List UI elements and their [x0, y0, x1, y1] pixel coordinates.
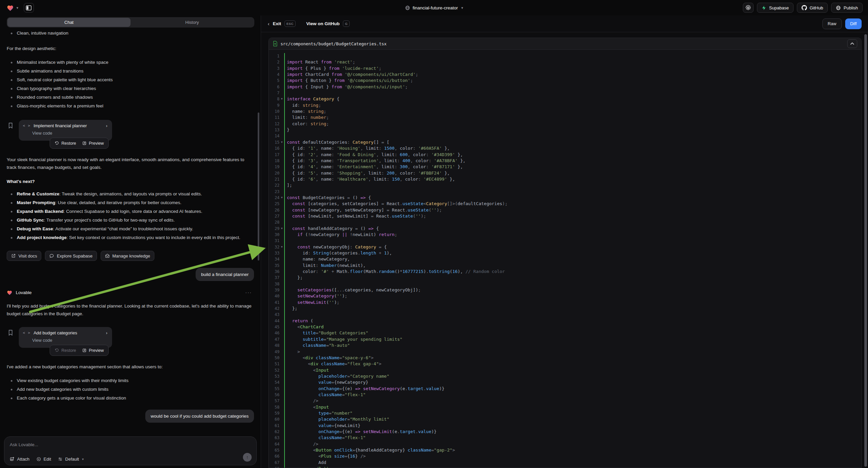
- code-token: :: [332, 164, 337, 169]
- code-line: 37 };: [269, 274, 861, 281]
- code-line: 30 if (!newCategory || !newLimit) return…: [269, 232, 861, 238]
- button-label: Explore Supabase: [57, 254, 92, 259]
- fold-chevron-icon[interactable]: ▼: [279, 139, 284, 145]
- gutter-spacer: [279, 170, 284, 176]
- raw-toggle-button[interactable]: Raw: [823, 19, 842, 29]
- diff-toggle-button[interactable]: Diff: [845, 19, 862, 29]
- line-number: 2: [269, 59, 279, 65]
- supabase-icon: [762, 5, 766, 10]
- lovable-logo-icon[interactable]: [7, 5, 14, 11]
- publish-button[interactable]: Publish: [831, 3, 863, 13]
- restore-button[interactable]: Restore: [55, 141, 76, 146]
- code-token: 'Food & Dining': [337, 152, 376, 157]
- preview-button[interactable]: Preview: [82, 141, 104, 146]
- code-token: const: [287, 140, 303, 145]
- manage-knowledge-button[interactable]: Manage knowledge: [101, 251, 155, 261]
- code-token: [newLimit, setNewLimit]: [308, 213, 371, 218]
- code-token: ,: [316, 164, 321, 169]
- code-token: =>: [355, 386, 363, 391]
- settings-button[interactable]: [743, 3, 753, 13]
- code-text: [284, 90, 861, 96]
- mode-select[interactable]: Default ▾: [58, 457, 84, 462]
- code-token: .: [405, 207, 408, 212]
- code-line: 14: [269, 133, 861, 139]
- fold-chevron-icon[interactable]: ▼: [279, 96, 284, 102]
- code-text: limit: number;: [284, 115, 861, 120]
- code-token: limit: [287, 115, 305, 120]
- code-token: { id: [287, 152, 303, 157]
- code-token: +: [329, 269, 337, 274]
- code-token: [287, 466, 313, 468]
- explore-supabase-button[interactable]: Explore Supabase: [45, 251, 97, 261]
- collapse-file-button[interactable]: [847, 39, 857, 48]
- bookmark-icon[interactable]: [8, 330, 13, 336]
- line-number: 20: [269, 170, 279, 176]
- sidebar-icon: [26, 5, 32, 10]
- view-on-github-link[interactable]: View on GitHub: [306, 21, 340, 26]
- code-token: [287, 300, 297, 305]
- code-token: '@/components/ui/ChartCard': [345, 72, 415, 77]
- chat-history-tabs: Chat History: [7, 17, 254, 28]
- github-button[interactable]: GitHub: [797, 3, 828, 13]
- code-line: 51 <div className="flex gap-4">: [269, 361, 861, 367]
- code-editor[interactable]: 12import React from 'react';3import { Pl…: [269, 50, 861, 468]
- exit-button[interactable]: Exit: [273, 21, 281, 26]
- code-line: 22];: [269, 182, 861, 188]
- chat-scrollbar[interactable]: [258, 113, 259, 261]
- quick-actions-row: Visit docsExplore SupabaseManage knowled…: [7, 251, 254, 261]
- view-code-link[interactable]: View code: [32, 338, 108, 343]
- code-line: 19 { id: '4', name: 'Entertainment', lim…: [269, 164, 861, 170]
- back-chevron-icon[interactable]: ‹: [268, 21, 270, 27]
- line-number: 33: [269, 250, 279, 256]
- code-line: 62 onChange={(e) => setNewLimit(e.target…: [269, 429, 861, 435]
- chevron-right-icon[interactable]: ›: [106, 330, 107, 335]
- code-scrollbar[interactable]: [864, 34, 867, 467]
- bookmark-icon[interactable]: [8, 122, 13, 128]
- gutter-spacer: [279, 404, 284, 410]
- code-token: ,: [376, 152, 381, 157]
- code-token: setNewCategory: [363, 386, 400, 391]
- list-item-lead: Add project knowledge: [17, 235, 67, 240]
- preview-button[interactable]: Preview: [82, 348, 104, 353]
- tab-history[interactable]: History: [130, 18, 254, 27]
- supabase-button[interactable]: Supabase: [757, 3, 794, 13]
- gutter-spacer: [279, 219, 284, 225]
- visit-docs-button[interactable]: Visit docs: [7, 251, 41, 261]
- view-code-link[interactable]: View code: [32, 130, 108, 136]
- code-token: { id: [287, 146, 303, 151]
- esc-shortcut-badge: ESC: [284, 21, 296, 27]
- code-token: name: [321, 177, 332, 182]
- chevron-down-icon[interactable]: ▾: [17, 6, 19, 10]
- restore-button[interactable]: Restore: [55, 348, 76, 353]
- code-token: .: [389, 213, 392, 218]
- tab-chat[interactable]: Chat: [7, 18, 130, 27]
- code-token: (: [334, 293, 337, 298]
- toggle-sidebar-button[interactable]: [24, 3, 34, 12]
- chevron-right-icon[interactable]: ›: [106, 123, 107, 128]
- gutter-spacer: [279, 318, 284, 324]
- code-token: '': [432, 207, 437, 212]
- line-number: 50: [269, 355, 279, 361]
- code-token: value: [418, 429, 431, 434]
- line-number: 62: [269, 429, 279, 435]
- code-token: :: [347, 140, 353, 145]
- code-token: className: [321, 361, 345, 366]
- prompt-input[interactable]: [10, 442, 251, 447]
- fold-chevron-icon[interactable]: ▼: [279, 195, 284, 201]
- code-token: .: [376, 269, 379, 274]
- code-token: :: [305, 121, 311, 126]
- line-number: 5: [269, 78, 279, 84]
- code-token: (categories: [329, 251, 358, 256]
- code-token: =: [316, 330, 318, 335]
- send-button[interactable]: ↑: [243, 453, 252, 462]
- code-text: const [categories, setCategories] = Reac…: [284, 201, 861, 207]
- message-menu-button[interactable]: ···: [245, 290, 252, 295]
- code-token: },: [455, 152, 463, 157]
- fold-chevron-icon[interactable]: ▼: [279, 226, 284, 232]
- edit-button[interactable]: Edit: [36, 457, 51, 462]
- attach-label: Attach: [17, 457, 30, 462]
- attach-button[interactable]: Attach: [10, 457, 30, 462]
- project-switcher[interactable]: financial-future-creator ▾: [405, 0, 463, 16]
- file-header[interactable]: src/components/budget/BudgetCategories.t…: [269, 38, 861, 50]
- fold-chevron-icon[interactable]: ▼: [279, 244, 284, 250]
